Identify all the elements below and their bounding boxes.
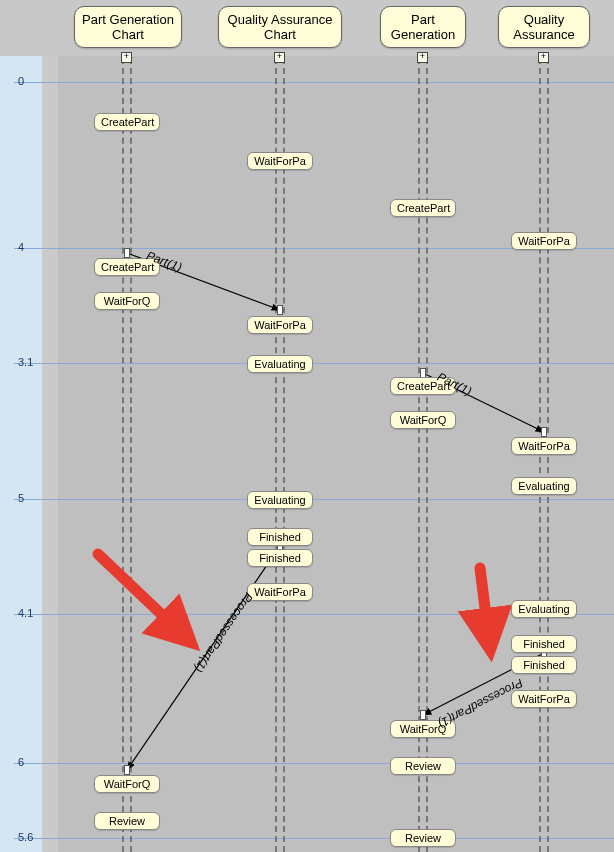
lane-header-label: PartGeneration xyxy=(391,12,455,42)
time-gridline xyxy=(14,363,614,364)
time-gutter xyxy=(0,56,42,852)
expand-icon[interactable] xyxy=(121,52,132,63)
state-event[interactable]: WaitForPa xyxy=(511,232,577,250)
activation-bar xyxy=(277,305,283,315)
lane-header-qac[interactable]: Quality AssuranceChart xyxy=(218,6,342,48)
time-label: 6 xyxy=(18,756,24,768)
time-label: 4.1 xyxy=(18,607,33,619)
state-event[interactable]: CreatePart xyxy=(94,113,160,131)
state-event[interactable]: Finished xyxy=(511,635,577,653)
lane-header-pg[interactable]: PartGeneration xyxy=(380,6,466,48)
state-event[interactable]: Finished xyxy=(247,549,313,567)
state-event[interactable]: Evaluating xyxy=(511,600,577,618)
time-label: 0 xyxy=(18,75,24,87)
time-gridline xyxy=(14,838,614,839)
lane-header-label: Part GenerationChart xyxy=(82,12,174,42)
state-event[interactable]: WaitForPa xyxy=(247,152,313,170)
expand-icon[interactable] xyxy=(538,52,549,63)
time-label: 5 xyxy=(18,492,24,504)
state-event[interactable]: WaitForQ xyxy=(390,411,456,429)
time-gridline xyxy=(14,82,614,83)
lane-header-label: Quality AssuranceChart xyxy=(228,12,333,42)
state-event[interactable]: WaitForPa xyxy=(511,690,577,708)
expand-icon[interactable] xyxy=(274,52,285,63)
state-event[interactable]: Review xyxy=(390,757,456,775)
state-event[interactable]: Review xyxy=(390,829,456,847)
header-row: Part GenerationChart Quality AssuranceCh… xyxy=(0,6,614,58)
activation-bar xyxy=(420,710,426,720)
time-label: 5.6 xyxy=(18,831,33,843)
time-gridline xyxy=(14,499,614,500)
state-event[interactable]: WaitForPa xyxy=(511,437,577,455)
state-event[interactable]: WaitForPa xyxy=(247,316,313,334)
state-event[interactable]: Evaluating xyxy=(511,477,577,495)
state-event[interactable]: CreatePart xyxy=(390,199,456,217)
expand-icon[interactable] xyxy=(417,52,428,63)
state-event[interactable]: Finished xyxy=(247,528,313,546)
lane-header-qa[interactable]: QualityAssurance xyxy=(498,6,590,48)
state-event[interactable]: Evaluating xyxy=(247,355,313,373)
state-event[interactable]: Review xyxy=(94,812,160,830)
time-label: 3.1 xyxy=(18,356,33,368)
time-label: 4 xyxy=(18,241,24,253)
state-event[interactable]: Finished xyxy=(511,656,577,674)
state-event[interactable]: WaitForQ xyxy=(94,292,160,310)
activation-bar xyxy=(124,248,130,258)
diagram-canvas-margin xyxy=(42,56,58,852)
activation-bar xyxy=(541,427,547,437)
state-event[interactable]: WaitForPa xyxy=(247,583,313,601)
time-gridline xyxy=(14,763,614,764)
activation-bar xyxy=(124,765,130,775)
state-event[interactable]: WaitForQ xyxy=(94,775,160,793)
lane-header-label: QualityAssurance xyxy=(513,12,574,42)
state-event[interactable]: Evaluating xyxy=(247,491,313,509)
lane-header-pgc[interactable]: Part GenerationChart xyxy=(74,6,182,48)
